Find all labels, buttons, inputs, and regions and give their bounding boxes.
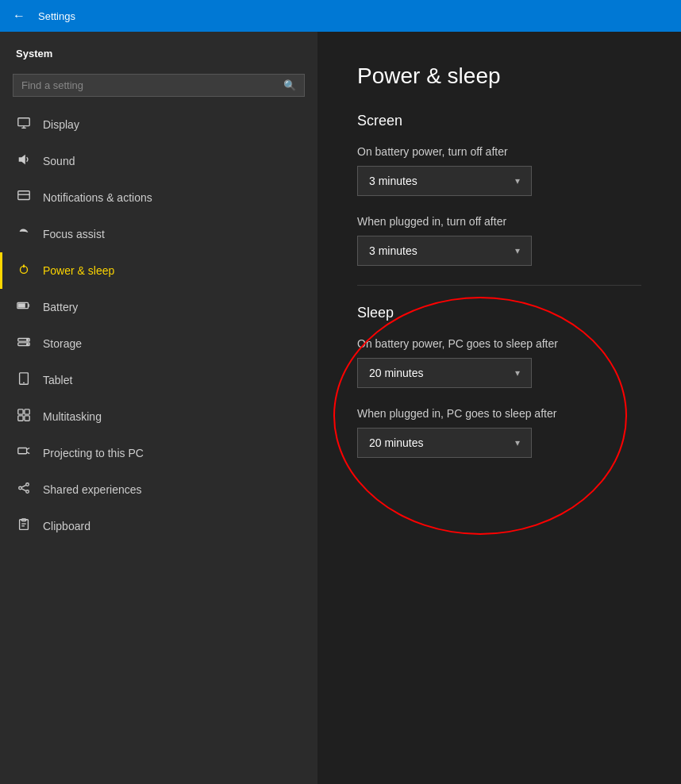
sidebar-item-label-notifications: Notifications & actions (43, 191, 152, 204)
focus-icon (16, 225, 32, 243)
sidebar-item-storage[interactable]: Storage (0, 325, 317, 362)
back-button[interactable]: ← (8, 5, 30, 27)
sidebar-item-label-display: Display (43, 118, 79, 131)
battery-screen-arrow: ▾ (515, 175, 520, 186)
battery-sleep-arrow: ▾ (515, 367, 520, 379)
nav-items-container: DisplaySoundNotifications & actionsFocus… (0, 106, 317, 544)
display-icon (16, 116, 32, 133)
sidebar-item-multitasking[interactable]: Multitasking (0, 398, 317, 435)
sound-icon (16, 152, 32, 170)
svg-point-25 (19, 486, 22, 490)
content-area: Power & sleep Screen On battery power, t… (317, 32, 681, 784)
title-bar-title: Settings (38, 10, 75, 22)
screen-section-title: Screen (357, 113, 641, 129)
system-label: System (0, 32, 317, 67)
battery-icon (16, 298, 32, 316)
svg-marker-3 (19, 155, 25, 165)
storage-icon (16, 335, 32, 352)
svg-rect-19 (25, 409, 29, 414)
battery-sleep-value: 20 minutes (369, 367, 423, 379)
sidebar-item-shared[interactable]: Shared experiences (0, 471, 317, 508)
svg-rect-0 (18, 118, 29, 126)
plugged-sleep-dropdown[interactable]: 20 minutes ▾ (357, 428, 532, 458)
projecting-icon (16, 444, 32, 462)
sidebar: System 🔍 DisplaySoundNotifications & act… (0, 32, 317, 784)
battery-screen-value: 3 minutes (369, 175, 417, 187)
sidebar-item-clipboard[interactable]: Clipboard (0, 508, 317, 544)
sidebar-item-notifications[interactable]: Notifications & actions (0, 179, 317, 216)
plugged-screen-arrow: ▾ (515, 245, 520, 256)
svg-rect-21 (25, 416, 29, 421)
svg-point-27 (26, 490, 29, 494)
clipboard-icon (16, 517, 32, 535)
tablet-icon (16, 371, 32, 389)
plugged-screen-label: When plugged in, turn off after (357, 215, 641, 228)
battery-screen-label: On battery power, turn off after (357, 145, 641, 158)
page-title: Power & sleep (357, 63, 641, 89)
notifications-icon (16, 189, 32, 206)
section-divider (357, 285, 641, 286)
sidebar-item-label-power: Power & sleep (43, 264, 114, 277)
plugged-sleep-label: When plugged in, PC goes to sleep after (357, 407, 641, 420)
svg-line-29 (21, 489, 25, 491)
sleep-section: Sleep On battery power, PC goes to sleep… (357, 305, 641, 458)
sidebar-item-label-battery: Battery (43, 301, 78, 313)
svg-rect-20 (18, 416, 23, 421)
svg-rect-9 (18, 303, 25, 307)
sidebar-item-label-sound: Sound (43, 155, 75, 167)
search-icon: 🔍 (283, 79, 296, 91)
svg-rect-18 (18, 409, 23, 414)
sidebar-item-label-focus: Focus assist (43, 228, 105, 240)
multitasking-icon (16, 408, 32, 425)
sidebar-item-focus[interactable]: Focus assist (0, 216, 317, 252)
sidebar-item-display[interactable]: Display (0, 106, 317, 143)
svg-rect-22 (18, 448, 27, 454)
svg-point-14 (27, 339, 29, 340)
sidebar-item-label-shared: Shared experiences (43, 483, 142, 496)
screen-section: Screen On battery power, turn off after … (357, 113, 641, 266)
sidebar-item-label-tablet: Tablet (43, 374, 72, 386)
plugged-screen-dropdown[interactable]: 3 minutes ▾ (357, 236, 532, 266)
sidebar-item-power[interactable]: Power & sleep (0, 252, 317, 289)
sidebar-item-tablet[interactable]: Tablet (0, 362, 317, 398)
plugged-sleep-arrow: ▾ (515, 437, 520, 448)
sidebar-item-sound[interactable]: Sound (0, 143, 317, 179)
sleep-section-title: Sleep (357, 305, 641, 321)
plugged-screen-value: 3 minutes (369, 244, 417, 257)
sidebar-item-label-projecting: Projecting to this PC (43, 447, 144, 459)
battery-screen-dropdown[interactable]: 3 minutes ▾ (357, 166, 532, 196)
sidebar-item-label-clipboard: Clipboard (43, 520, 90, 532)
battery-sleep-label: On battery power, PC goes to sleep after (357, 337, 641, 350)
title-bar: ← Settings (0, 0, 681, 32)
svg-point-26 (26, 483, 29, 486)
svg-point-15 (27, 344, 29, 345)
back-icon: ← (13, 9, 25, 23)
sidebar-item-label-storage: Storage (43, 337, 82, 350)
sidebar-item-projecting[interactable]: Projecting to this PC (0, 435, 317, 471)
svg-line-28 (21, 485, 25, 487)
main-layout: System 🔍 DisplaySoundNotifications & act… (0, 32, 681, 784)
search-input[interactable] (21, 79, 277, 91)
shared-icon (16, 481, 32, 498)
sidebar-item-label-multitasking: Multitasking (43, 410, 102, 423)
plugged-sleep-value: 20 minutes (369, 436, 423, 449)
sidebar-item-battery[interactable]: Battery (0, 289, 317, 325)
search-box[interactable]: 🔍 (13, 74, 305, 97)
svg-rect-4 (18, 191, 29, 200)
battery-sleep-dropdown[interactable]: 20 minutes ▾ (357, 358, 532, 388)
power-icon (16, 262, 32, 279)
